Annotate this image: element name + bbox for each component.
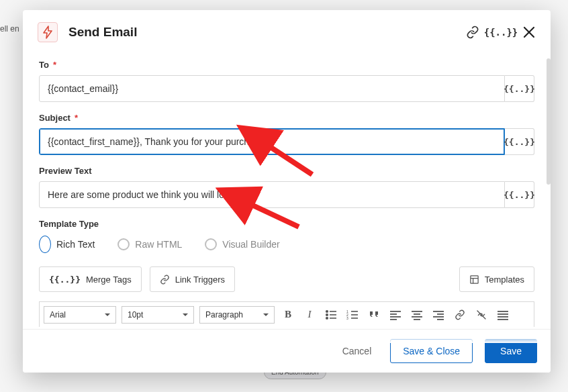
radio-icon xyxy=(39,236,51,253)
subject-merge-button[interactable]: {{..}} xyxy=(505,128,534,155)
cancel-button[interactable]: Cancel xyxy=(336,340,379,362)
svg-rect-2 xyxy=(471,275,478,283)
radio-label: Rich Text xyxy=(56,239,95,250)
align-justify-icon[interactable] xyxy=(495,307,511,323)
chevron-down-icon xyxy=(263,312,269,317)
preview-field: Preview Text {{..}} xyxy=(39,166,534,208)
templates-label: Templates xyxy=(485,275,524,285)
radio-icon xyxy=(205,238,217,250)
svg-point-7 xyxy=(326,313,328,315)
italic-icon[interactable]: I xyxy=(301,307,318,323)
block-format-select[interactable]: Paragraph xyxy=(199,306,275,324)
align-center-icon[interactable] xyxy=(409,307,425,323)
action-badge xyxy=(38,22,58,42)
font-family-select[interactable]: Arial xyxy=(44,306,116,324)
modal-header: Send Email {{..}} xyxy=(23,10,551,49)
bold-icon[interactable]: B xyxy=(280,307,296,323)
text-cursor xyxy=(269,136,269,147)
scrollbar[interactable] xyxy=(547,58,551,185)
svg-point-9 xyxy=(326,317,328,319)
link-icon xyxy=(160,275,170,285)
align-left-icon[interactable] xyxy=(387,307,404,323)
secondary-actions: {{..}} Merge Tags Link Triggers xyxy=(39,266,534,292)
merge-tags-label: Merge Tags xyxy=(86,275,132,285)
blockquote-icon[interactable] xyxy=(366,307,382,323)
subject-label: Subject xyxy=(39,113,70,123)
size-value: 10pt xyxy=(128,310,143,320)
to-label: To xyxy=(39,60,49,70)
font-size-select[interactable]: 10pt xyxy=(122,306,194,324)
numbered-list-icon[interactable]: 123 xyxy=(344,307,361,323)
radio-visual-builder[interactable]: Visual Builder xyxy=(205,238,279,250)
radio-rich-text[interactable]: Rich Text xyxy=(39,236,95,253)
bullet-list-icon[interactable] xyxy=(323,307,339,323)
merge-tags-button[interactable]: {{..}} Merge Tags xyxy=(39,266,142,292)
chevron-down-icon xyxy=(183,312,188,317)
preview-merge-button[interactable]: {{..}} xyxy=(505,181,534,208)
preview-label: Preview Text xyxy=(39,166,92,176)
unlink-icon[interactable] xyxy=(473,307,489,323)
close-icon[interactable] xyxy=(522,26,536,39)
templates-button[interactable]: Templates xyxy=(459,266,534,292)
link-triggers-label: Link Triggers xyxy=(175,275,225,285)
bolt-icon xyxy=(42,26,53,38)
radio-raw-html[interactable]: Raw HTML xyxy=(117,238,182,250)
required-marker: * xyxy=(53,60,56,70)
subject-input[interactable]: {{contact_first_name}}, Thank you for yo… xyxy=(39,128,505,155)
editor-toolbar: Arial 10pt Paragraph B I 123 xyxy=(39,301,534,327)
radio-label: Visual Builder xyxy=(222,239,279,250)
align-right-icon[interactable] xyxy=(430,307,446,323)
merge-tags-header-icon[interactable]: {{..}} xyxy=(494,26,508,39)
radio-icon xyxy=(117,238,130,250)
font-value: Arial xyxy=(50,310,66,320)
to-merge-button[interactable]: {{..}} xyxy=(505,75,534,102)
to-input[interactable] xyxy=(39,75,505,102)
template-type-label: Template Type xyxy=(39,219,99,229)
insert-link-icon[interactable] xyxy=(452,307,468,323)
save-button[interactable]: Save xyxy=(485,339,537,363)
required-marker: * xyxy=(75,113,78,123)
block-value: Paragraph xyxy=(205,310,243,320)
save-close-button[interactable]: Save & Close xyxy=(390,339,473,363)
svg-text:3: 3 xyxy=(346,316,348,320)
modal-body: To* {{..}} Subject* {{contact_first_name… xyxy=(23,49,551,329)
send-email-modal: Send Email {{..}} To* {{..}} xyxy=(23,10,551,373)
to-field: To* {{..}} xyxy=(39,60,534,102)
templates-icon xyxy=(469,275,479,285)
modal-title: Send Email xyxy=(68,25,466,40)
chevron-down-icon xyxy=(105,312,110,317)
template-type-field: Template Type Rich Text Raw HTML Visual … xyxy=(39,219,534,253)
subject-value: {{contact_first_name}}, Thank you for yo… xyxy=(48,136,267,147)
modal-footer: Cancel Save & Close Save xyxy=(23,329,551,373)
link-triggers-button[interactable]: Link Triggers xyxy=(150,266,235,292)
preview-input[interactable] xyxy=(39,181,505,208)
merge-tags-icon: {{..}} xyxy=(49,275,81,285)
subject-field: Subject* {{contact_first_name}}, Thank y… xyxy=(39,113,534,155)
svg-point-5 xyxy=(326,310,328,312)
radio-label: Raw HTML xyxy=(135,239,182,250)
link-icon[interactable] xyxy=(466,26,479,39)
